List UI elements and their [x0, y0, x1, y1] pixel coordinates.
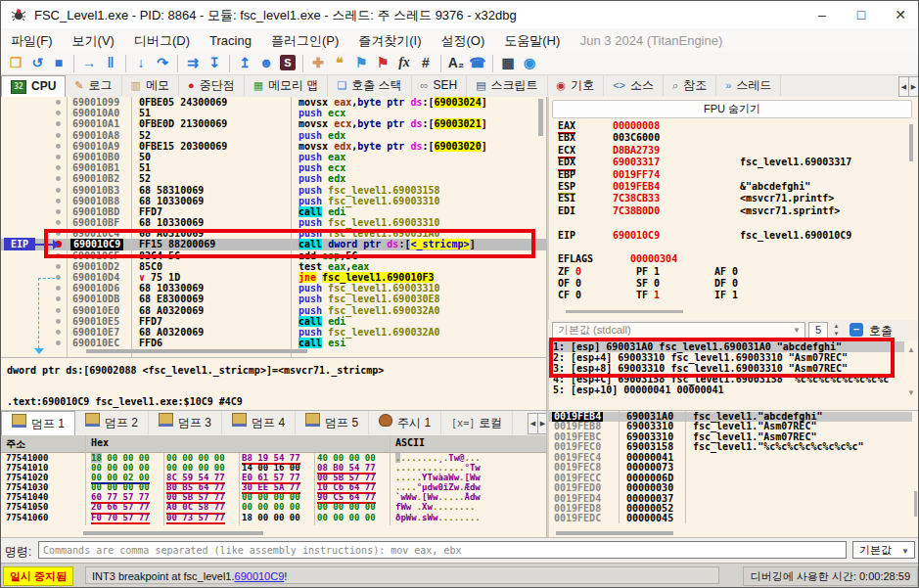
disasm-horizontal-scrollbar[interactable] — [86, 349, 307, 353]
disasm-row[interactable]: 690010C468 A0310069push fsc_level1.69003… — [1, 228, 546, 239]
register-row-EBP[interactable]: EBP0019FF74 — [548, 169, 919, 181]
minimize-button[interactable]: – — [803, 1, 842, 28]
tab-중단점[interactable]: ●중단점 — [179, 75, 245, 96]
stack-row[interactable]: 0019FEDC00000045 — [548, 514, 912, 523]
argument-count-field[interactable]: 5 — [808, 322, 828, 339]
tab-기호[interactable]: ◉기호 — [548, 75, 605, 96]
hex-dump-row[interactable]: 7754105020 66 57 77A0 0C 58 7700 00 00 0… — [1, 502, 546, 512]
register-row-EDX[interactable]: EDX69003317fsc_level1.69003317 — [548, 157, 919, 168]
stack-row[interactable]: 0019FEC069003158fsc_level1."%c%c%c%c%c%c… — [548, 442, 912, 452]
tab-스크립트[interactable]: ▤스크립트 — [467, 75, 547, 96]
disasm-row[interactable]: 690010CF83C4 5Cadd esp,5C — [1, 250, 546, 261]
calling-convention-dropdown[interactable]: 기본값 (stdcall)▼ — [552, 322, 805, 339]
stack-row[interactable]: 0019FED400000037 — [548, 494, 912, 504]
row-dot-icon[interactable] — [56, 121, 61, 126]
disasm-row[interactable]: 690010990FBE05 24300069movsx eax,byte pt… — [1, 97, 546, 108]
row-dot-icon[interactable] — [56, 253, 61, 258]
flag-IF[interactable]: IF 1 — [714, 290, 738, 301]
row-dot-icon[interactable] — [56, 155, 61, 159]
disasm-row[interactable]: 690010C9FF15 88200069call dword ptr ds:[… — [1, 239, 546, 249]
argument-row[interactable]: 1: [esp] 690031A0 fsc_level1.690031A0 "a… — [548, 341, 904, 352]
argument-list[interactable]: 1: [esp] 690031A0 fsc_level1.690031A0 "a… — [548, 341, 904, 402]
hide-fpu-button[interactable]: FPU 숨기기 — [552, 100, 912, 118]
hex-dump-row[interactable]: 77541060F0 70 57 7700 73 57 7718 00 00 0… — [1, 513, 546, 522]
stack-row[interactable]: 0019FEC800000073 — [548, 463, 912, 473]
dump-tab-덤프 2[interactable]: 덤프 2 — [75, 411, 149, 434]
run-to-user-code-icon[interactable]: ☻ — [255, 52, 277, 73]
register-row-ECX[interactable]: ECXD8BA2739 — [548, 145, 919, 157]
trace-hash-icon[interactable]: # — [415, 52, 437, 73]
argument-row[interactable]: 3: [esp+8] 69003310 fsc_level1.69003310 … — [548, 363, 904, 374]
disasm-row[interactable]: 690010E768 A0320069push fsc_level1.69003… — [1, 327, 546, 338]
tab-소스[interactable]: <>소스 — [604, 75, 664, 96]
internet-globe-icon[interactable]: ◉ — [519, 52, 540, 73]
row-dot-icon[interactable] — [56, 199, 61, 204]
tab-scroll-right-icon[interactable]: ▶ — [908, 76, 919, 97]
stack-rows[interactable]: 0019FEB4690031A0fsc_level1."abcdefghi"00… — [548, 412, 912, 523]
dump-tab-덤프 1[interactable]: 덤프 1 — [1, 411, 75, 436]
flag-DF[interactable]: DF 0 — [714, 278, 738, 290]
flag-PF[interactable]: PF 1 — [636, 266, 660, 278]
row-dot-icon[interactable] — [56, 188, 61, 193]
run-icon[interactable]: → — [78, 52, 100, 73]
patches-icon[interactable]: ✚ — [307, 52, 329, 73]
menu-item-4[interactable]: 플러그인(P) — [261, 28, 348, 54]
row-dot-icon[interactable] — [56, 231, 61, 236]
argument-count-spinner[interactable]: ▲▼ — [830, 322, 843, 339]
title-bar[interactable]: FSC_Level1.exe - PID: 8864 - 모듈: fsc_lev… — [1, 1, 919, 29]
tab-참조[interactable]: ⌕참조 — [664, 75, 716, 96]
flag-CF[interactable]: CF 0 — [558, 290, 581, 301]
tab-CPU[interactable]: 32CPU — [1, 75, 66, 98]
row-dot-icon[interactable] — [56, 111, 61, 115]
stack-row[interactable]: 0019FED800000052 — [548, 504, 912, 514]
disassembly-pane[interactable]: 690010990FBE05 24300069movsx eax,byte pt… — [1, 97, 546, 357]
tab-SEH[interactable]: ∞SEH — [412, 75, 468, 96]
register-row-ESI[interactable]: ESI7C38CB33<msvcr71.printf> — [548, 193, 919, 204]
register-vertical-scrollbar[interactable] — [909, 124, 913, 161]
command-input[interactable] — [38, 541, 847, 559]
argument-row[interactable]: 2: [esp+4] 69003310 fsc_level1.69003310 … — [548, 352, 904, 363]
disasm-row[interactable]: 690010BDFFD7call edi — [1, 206, 546, 217]
calculator-icon[interactable]: ▦ — [497, 52, 519, 73]
row-dot-icon[interactable] — [56, 319, 61, 324]
disasm-row[interactable]: 690010ECFFD6call esi — [1, 338, 546, 348]
menu-item-6[interactable]: 설정(O) — [432, 28, 495, 54]
row-dot-icon[interactable] — [56, 308, 61, 313]
disasm-row[interactable]: 690010B868 10330069push fsc_level1.69003… — [1, 196, 546, 206]
row-dot-icon[interactable] — [56, 165, 61, 170]
disasm-row[interactable]: 690010B050push eax — [1, 152, 546, 162]
row-dot-icon[interactable] — [56, 133, 61, 138]
flag-AF[interactable]: AF 0 — [714, 266, 738, 278]
row-dot-icon[interactable] — [56, 209, 61, 214]
args-scroll-down-icon[interactable]: ▼ — [907, 388, 915, 397]
stop-debugging-icon[interactable]: ■ — [48, 52, 69, 73]
row-dot-icon[interactable] — [56, 220, 61, 225]
tab-로그[interactable]: ✎로그 — [66, 75, 121, 96]
dump-horizontal-scrollbar[interactable] — [83, 531, 263, 535]
disasm-row[interactable]: 690010B368 58310069push fsc_level1.69003… — [1, 185, 546, 196]
dump-tab-덤프 4[interactable]: 덤프 4 — [222, 411, 296, 434]
disasm-row[interactable]: 690010D4∨ 75 1Djne fsc_level1.690010F3 — [1, 272, 546, 283]
spinner-up-icon[interactable]: ▲ — [834, 323, 840, 329]
row-dot-icon[interactable] — [56, 144, 61, 149]
tab-스레드[interactable]: »스레드 — [716, 75, 781, 96]
disasm-row[interactable]: 690010A852push edx — [1, 130, 546, 141]
hex-dump-rows[interactable]: 7754100018 00 00 0000 00 00 00B8 19 54 7… — [1, 453, 546, 523]
tab-메모리 맵[interactable]: ▦메모리 맵 — [245, 75, 329, 96]
row-dot-icon[interactable] — [56, 296, 61, 301]
disasm-row[interactable]: 690010DB68 E8300069push fsc_level1.69003… — [1, 294, 546, 304]
hex-dump-row[interactable]: 7754100018 00 00 0000 00 00 00B8 19 54 7… — [1, 453, 546, 463]
stack-row[interactable]: 0019FED000000030 — [548, 483, 912, 493]
hex-dump-row[interactable]: 7754101000 00 00 0000 00 00 0014 00 16 0… — [1, 463, 546, 473]
spinner-down-icon[interactable]: ▼ — [834, 331, 840, 337]
stack-horizontal-scrollbar[interactable] — [556, 531, 673, 535]
disasm-row[interactable]: 690010A10FBE0D 21300069movsx ecx,byte pt… — [1, 118, 546, 129]
argument-row[interactable]: 4: [esp+C] 69003158 fsc_level1.69003158 … — [548, 374, 904, 384]
register-row-EDI[interactable]: EDI7C38B0D0<msvcr71.sprintf> — [548, 205, 919, 217]
label-icon[interactable]: ⚑ — [350, 52, 372, 73]
menu-item-7[interactable]: 도움말(H) — [494, 28, 570, 54]
handheld-device-icon[interactable]: ☎ — [467, 52, 488, 73]
dump-tab-덤프 3[interactable]: 덤프 3 — [149, 411, 222, 434]
dump-tab-주시 1[interactable]: 주시 1 — [369, 411, 441, 434]
menu-item-0[interactable]: 파일(F) — [1, 28, 63, 54]
